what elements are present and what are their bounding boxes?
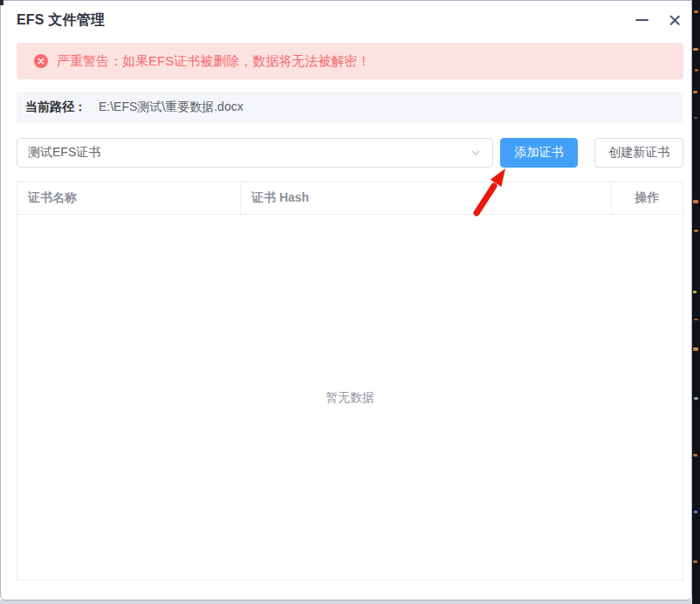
close-button[interactable]: × (666, 10, 683, 30)
column-header-cert-hash: 证书 Hash (241, 182, 612, 214)
table-body: 暂无数据 (17, 215, 683, 580)
create-certificate-button[interactable]: 创建新证书 (594, 138, 683, 168)
titlebar: EFS 文件管理 × (17, 1, 683, 39)
table-header-row: 证书名称 证书 Hash 操作 (17, 182, 683, 215)
column-header-actions: 操作 (612, 182, 683, 214)
warning-banner: 严重警告：如果EFS证书被删除，数据将无法被解密！ (17, 43, 683, 79)
minimize-button[interactable] (633, 10, 650, 30)
empty-data-text: 暂无数据 (326, 390, 374, 406)
background-window-edge (692, 0, 700, 604)
efs-file-manager-dialog: EFS 文件管理 × 严重警告：如果EFS证书被删除，数据将无法被解密！ 当前路… (0, 0, 692, 601)
certificate-select[interactable]: 测试EFS证书 (17, 138, 493, 168)
screen: EFS 文件管理 × 严重警告：如果EFS证书被删除，数据将无法被解密！ 当前路… (0, 0, 700, 604)
window-title: EFS 文件管理 (17, 11, 105, 30)
window-controls: × (633, 10, 683, 30)
path-value: E:\EFS测试\重要数据.docx (99, 100, 244, 115)
minimize-icon (635, 19, 649, 21)
chevron-down-icon (470, 147, 482, 159)
close-icon: × (668, 11, 681, 29)
column-header-cert-name: 证书名称 (17, 182, 241, 214)
certificate-select-value: 测试EFS证书 (28, 145, 100, 161)
current-path-row: 当前路径： E:\EFS测试\重要数据.docx (17, 92, 683, 123)
warning-text: 严重警告：如果EFS证书被删除，数据将无法被解密！ (57, 53, 370, 70)
add-certificate-button[interactable]: 添加证书 (500, 138, 579, 168)
certificate-controls: 测试EFS证书 添加证书 创建新证书 (17, 138, 683, 168)
certificate-table: 证书名称 证书 Hash 操作 暂无数据 (17, 182, 683, 580)
path-label: 当前路径： (25, 100, 86, 115)
corner-artifact (0, 0, 3, 5)
error-circle-icon (34, 54, 48, 68)
